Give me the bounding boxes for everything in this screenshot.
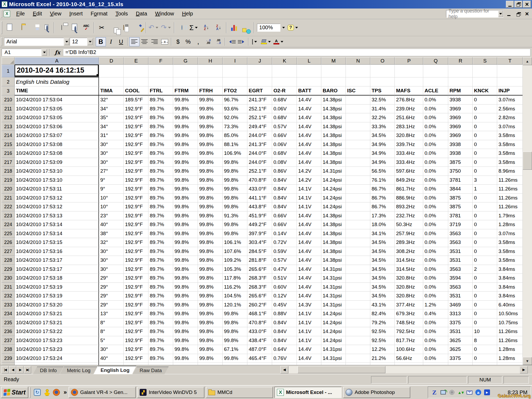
cell[interactable]: 10/24/2010 17:53:22 [15, 327, 99, 336]
cell[interactable]: 89.7% [148, 292, 173, 301]
column-header-L[interactable]: L [297, 57, 321, 65]
cell[interactable]: 0.57V [272, 256, 297, 265]
cell[interactable]: 89.7% [148, 274, 173, 283]
cell[interactable]: 32.2% [370, 113, 395, 122]
cell[interactable]: 192.9°F [124, 336, 148, 345]
borders-dropdown-icon[interactable] [253, 39, 258, 45]
cell[interactable]: 0.0% [423, 229, 448, 238]
cell[interactable]: 817.7Hz [395, 336, 423, 345]
cell[interactable]: FTO2 [223, 86, 247, 95]
redo-button[interactable]: ↷ [160, 22, 173, 34]
cell[interactable]: 265.6°F [247, 265, 272, 274]
cell[interactable]: 303.4°F [247, 238, 272, 247]
cell[interactable]: 10/24/2010 17:53:25 [15, 363, 99, 365]
row-header[interactable]: 237 [2, 336, 15, 345]
cell[interactable]: 86.7% [370, 202, 395, 211]
row-header[interactable]: 223 [2, 211, 15, 221]
cell[interactable]: 29° [99, 292, 124, 301]
cell[interactable]: 99.8% [173, 211, 198, 221]
cell[interactable]: 99.8% [223, 185, 247, 194]
cell[interactable]: 3.84ms [497, 274, 523, 283]
cell[interactable]: 0.84V [272, 318, 297, 327]
toolbar-grip[interactable] [1, 21, 2, 34]
column-header-N[interactable]: N [346, 57, 370, 65]
cell[interactable]: 14.24psi [321, 194, 346, 203]
cell[interactable]: 241.3°F [247, 140, 272, 149]
cell[interactable]: 14.4V [297, 131, 321, 140]
cell[interactable]: 886.9Hz [395, 194, 423, 203]
menu-tools[interactable]: Tools [111, 9, 132, 18]
cell[interactable]: 232.7Hz [395, 211, 423, 221]
cell[interactable]: 0.0% [423, 292, 448, 301]
network-icon[interactable] [440, 389, 446, 396]
cell[interactable]: 0.0% [423, 158, 448, 167]
cell[interactable]: 92.5% [370, 336, 395, 345]
cell[interactable]: 192.9°F [124, 354, 148, 363]
cell[interactable]: 109.9% [223, 363, 247, 365]
cell[interactable]: 99.8% [173, 202, 198, 211]
cell[interactable]: 260.2°F [247, 301, 272, 310]
cell[interactable]: 14.38psi [321, 220, 346, 229]
cell[interactable]: 10/24/2010 17:53:07 [15, 131, 99, 140]
cell[interactable]: 0.0% [423, 345, 448, 354]
cell[interactable] [346, 65, 370, 77]
cell[interactable]: 14.4V [297, 95, 321, 105]
cell[interactable]: 0.0% [423, 113, 448, 122]
cell[interactable] [346, 247, 370, 256]
horizontal-scroll-thumb[interactable] [298, 366, 385, 373]
cell[interactable]: TIMA [99, 86, 124, 95]
cell[interactable]: 79.2% [370, 318, 395, 327]
cell[interactable]: 14.1V [297, 202, 321, 211]
name-box-dropdown-icon[interactable] [42, 49, 47, 56]
cell[interactable]: 3875 [448, 194, 473, 203]
cell[interactable]: 99.8% [198, 247, 223, 256]
cell[interactable]: 192.9°F [124, 247, 148, 256]
spelling-button[interactable]: ABC✓ [80, 22, 92, 34]
cell[interactable]: 99.8% [198, 122, 223, 131]
cell[interactable]: 433.0°F [247, 327, 272, 336]
cell[interactable]: 0.0% [423, 202, 448, 211]
cell[interactable]: 244.0°F [247, 149, 272, 158]
cell[interactable]: 3563 [448, 238, 473, 247]
currency-button[interactable]: $ [173, 37, 183, 46]
cell[interactable]: 14.38psi [321, 122, 346, 131]
cell[interactable]: 106.1% [223, 238, 247, 247]
cell[interactable]: 14.4V [297, 220, 321, 229]
cell[interactable]: 3 [473, 176, 497, 185]
cell[interactable]: 0.0% [423, 140, 448, 149]
cell[interactable]: 0 [473, 256, 497, 265]
cell[interactable]: 499.7Hz [395, 363, 423, 365]
function-icon[interactable]: ƒx [53, 49, 63, 56]
cell[interactable]: 241.3°F [247, 95, 272, 105]
cell[interactable]: 99.8% [223, 220, 247, 229]
cell[interactable]: 99.8% [223, 176, 247, 185]
cell[interactable]: 0 [473, 105, 497, 114]
cell[interactable]: 192.9°F [124, 158, 148, 167]
cell[interactable]: 89.7% [148, 309, 173, 318]
cell[interactable]: 3.58ms [497, 238, 523, 247]
cell[interactable]: 89.7% [148, 327, 173, 336]
sheet-tab-raw-data[interactable]: Raw Data [133, 367, 169, 374]
cell[interactable]: 10/24/2010 17:53:21 [15, 318, 99, 327]
cell[interactable]: 397.9°F [247, 229, 272, 238]
cell[interactable]: 89.7% [148, 363, 173, 365]
cell[interactable]: 10/24/2010 17:53:14 [15, 229, 99, 238]
bold-button[interactable]: B [96, 37, 106, 46]
cell[interactable] [346, 176, 370, 185]
cell[interactable]: 10/24/2010 17:53:10 [15, 167, 99, 176]
zoom-button[interactable]: 100% [256, 22, 287, 34]
cell[interactable]: 10/24/2010 17:53:23 [15, 345, 99, 354]
cell[interactable]: 8° [99, 327, 124, 336]
cell[interactable]: 192.9°F [124, 318, 148, 327]
cell[interactable]: 192.9°F [124, 131, 148, 140]
row-header[interactable]: 213 [2, 122, 15, 131]
row-header[interactable]: 3 [2, 86, 15, 95]
row-header[interactable]: 214 [2, 131, 15, 140]
cell[interactable]: 34° [99, 122, 124, 131]
cell[interactable]: 849.2Hz [395, 176, 423, 185]
cell[interactable]: 333.4Hz [395, 149, 423, 158]
cell[interactable] [297, 77, 321, 86]
cell[interactable]: 0.72V [272, 238, 297, 247]
cell[interactable]: 0 [473, 354, 497, 363]
firefox-icon[interactable] [53, 389, 60, 396]
